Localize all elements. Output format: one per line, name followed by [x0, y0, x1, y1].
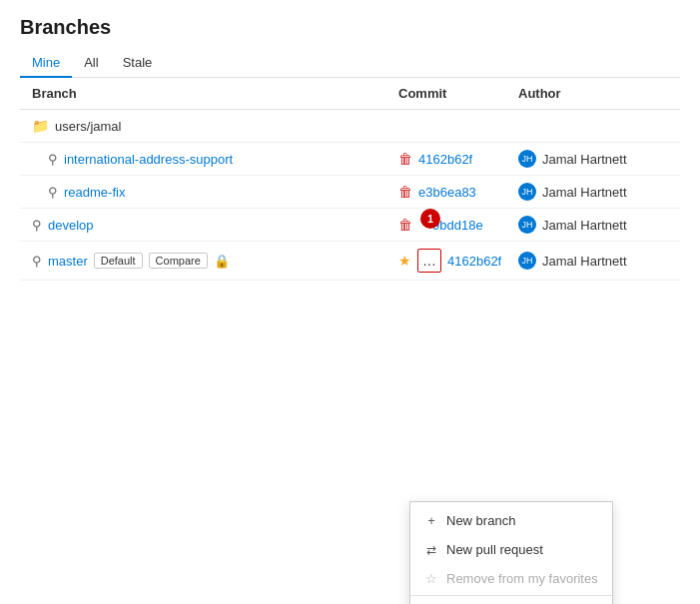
avatar: JH: [518, 183, 536, 201]
branch-name-cell: ⚲ master Default Compare 🔒: [32, 253, 398, 269]
branch-name-cell: ⚲ develop: [32, 218, 398, 233]
col-branch-header: Branch: [32, 86, 398, 101]
author-name: Jamal Hartnett: [542, 152, 627, 167]
branch-name[interactable]: readme-fix: [64, 185, 125, 200]
table-header: Branch Commit Author: [20, 78, 680, 110]
branch-icon: ⚲: [32, 218, 42, 233]
author-cell: JH Jamal Hartnett: [518, 216, 668, 234]
group-name: users/jamal: [55, 119, 121, 134]
author-name: Jamal Hartnett: [542, 218, 627, 233]
star-icon[interactable]: ★: [398, 253, 411, 269]
author-name: Jamal Hartnett: [542, 254, 627, 269]
master-row: ⚲ master Default Compare 🔒 ★ … 4162b62f …: [20, 242, 680, 281]
context-menu: + New branch ⇄ New pull request ☆ Remove…: [409, 501, 613, 604]
commit-hash[interactable]: e3b6ea83: [418, 185, 476, 200]
avatar: JH: [518, 216, 536, 234]
star-outline-icon: ☆: [424, 571, 438, 586]
callout-1-badge: 1: [420, 209, 440, 229]
col-commit-header: Commit: [398, 86, 518, 101]
master-area: ⚲ master Default Compare 🔒 ★ … 4162b62f …: [20, 242, 680, 281]
branch-name[interactable]: master: [48, 254, 88, 269]
branch-icon: ⚲: [48, 152, 58, 167]
menu-item-new-pull-request[interactable]: ⇄ New pull request: [410, 535, 612, 564]
compare-badge[interactable]: Compare: [149, 253, 208, 269]
menu-item-new-branch[interactable]: + New branch: [410, 506, 612, 535]
branches-table: Branch Commit Author 📁 users/jamal ⚲ int…: [20, 78, 680, 281]
delete-icon[interactable]: 🗑: [398, 184, 412, 200]
default-badge[interactable]: Default: [94, 253, 143, 269]
delete-icon[interactable]: 🗑: [398, 217, 412, 233]
delete-icon[interactable]: 🗑: [398, 151, 412, 167]
tab-mine[interactable]: Mine: [20, 49, 72, 78]
commit-cell: 🗑 4162b62f: [398, 151, 518, 167]
plus-icon: +: [424, 513, 438, 528]
commit-hash[interactable]: 4162b62f: [418, 152, 472, 167]
tabs-bar: Mine All Stale: [20, 49, 680, 78]
branch-name[interactable]: develop: [48, 218, 94, 233]
tab-all[interactable]: All: [72, 49, 110, 78]
commit-cell: 🗑 1 9bdd18e: [398, 217, 518, 233]
col-author-header: Author: [518, 86, 668, 101]
menu-label: New pull request: [446, 542, 543, 557]
branch-name-cell: ⚲ readme-fix: [48, 185, 398, 200]
author-cell: JH Jamal Hartnett: [518, 150, 668, 168]
menu-label: Remove from my favorites: [446, 571, 598, 586]
author-cell: JH Jamal Hartnett: [518, 183, 668, 201]
folder-icon: 📁: [32, 118, 49, 134]
menu-item-remove-favorites: ☆ Remove from my favorites: [410, 564, 612, 593]
commit-cell: 🗑 e3b6ea83: [398, 184, 518, 200]
menu-item-delete-branch[interactable]: 🗑 Delete branch: [410, 598, 612, 604]
table-row: ⚲ readme-fix 🗑 e3b6ea83 JH Jamal Hartnet…: [20, 176, 680, 209]
page-title: Branches: [20, 16, 680, 39]
commit-cell: ★ … 4162b62f: [398, 249, 518, 273]
commit-hash[interactable]: 4162b62f: [447, 254, 501, 269]
table-row: ⚲ develop 🗑 1 9bdd18e JH Jamal Hartnett: [20, 209, 680, 242]
branch-name-cell: ⚲ international-address-support: [48, 152, 398, 167]
avatar: JH: [518, 150, 536, 168]
table-row: ⚲ international-address-support 🗑 4162b6…: [20, 143, 680, 176]
author-cell: JH Jamal Hartnett: [518, 252, 668, 270]
tab-stale[interactable]: Stale: [111, 49, 165, 78]
more-actions-button[interactable]: …: [417, 249, 441, 273]
branch-icon: ⚲: [48, 185, 58, 200]
policy-icon[interactable]: 🔒: [214, 254, 230, 269]
branch-group-header: 📁 users/jamal: [20, 110, 680, 143]
menu-label: New branch: [446, 513, 515, 528]
menu-divider: [410, 595, 612, 596]
branch-name[interactable]: international-address-support: [64, 152, 233, 167]
author-name: Jamal Hartnett: [542, 185, 627, 200]
branch-icon: ⚲: [32, 254, 42, 269]
pull-request-icon: ⇄: [424, 543, 438, 557]
avatar: JH: [518, 252, 536, 270]
